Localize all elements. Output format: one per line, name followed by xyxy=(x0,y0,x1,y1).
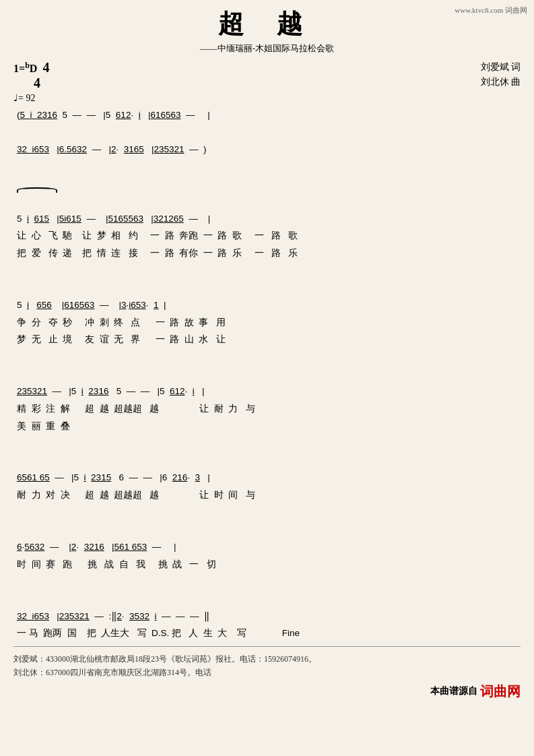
divider xyxy=(13,646,521,647)
notation-area: (5 i 2316 5 — — |5 612· i |616563 — | 32… xyxy=(13,106,521,642)
key-time-block: 1=bD 4 4 ♩= 92 xyxy=(13,60,49,104)
footer-brand: 本曲谱源自 词曲网 xyxy=(13,683,521,701)
main-title: 超 越 xyxy=(13,7,521,41)
brand-name: 词曲网 xyxy=(480,683,521,701)
brand-text: 本曲谱源自 xyxy=(430,685,477,697)
footer-line-2: 刘北休：637000四川省南充市顺庆区北湖路314号。电话 xyxy=(13,666,521,679)
tempo: ♩= 92 xyxy=(13,92,49,104)
score-line-1: (5 i 2316 5 — — |5 612· i |616563 — | 32… xyxy=(17,106,517,642)
subtitle: ——中缅瑞丽-木姐国际马拉松会歌 xyxy=(13,42,521,55)
key-time: 1=bD 4 4 xyxy=(13,60,49,91)
lyricist: 刘爱斌 词 xyxy=(481,60,521,75)
composer: 刘北休 曲 xyxy=(481,75,521,90)
composer-block: 刘爱斌 词 刘北休 曲 xyxy=(481,60,521,90)
footer-section: 刘爱斌：433000湖北仙桃市邮政局18段23号《歌坛词苑》报社。电话：1592… xyxy=(13,652,521,680)
title-section: 超 越 ——中缅瑞丽-木姐国际马拉松会歌 xyxy=(13,7,521,55)
footer-line-1: 刘爱斌：433000湖北仙桃市邮政局18段23号《歌坛词苑》报社。电话：1592… xyxy=(13,652,521,666)
meta-row: 1=bD 4 4 ♩= 92 刘爱斌 词 刘北休 曲 xyxy=(13,60,521,104)
watermark: www.ktvc8.com 词曲网 xyxy=(455,5,527,15)
